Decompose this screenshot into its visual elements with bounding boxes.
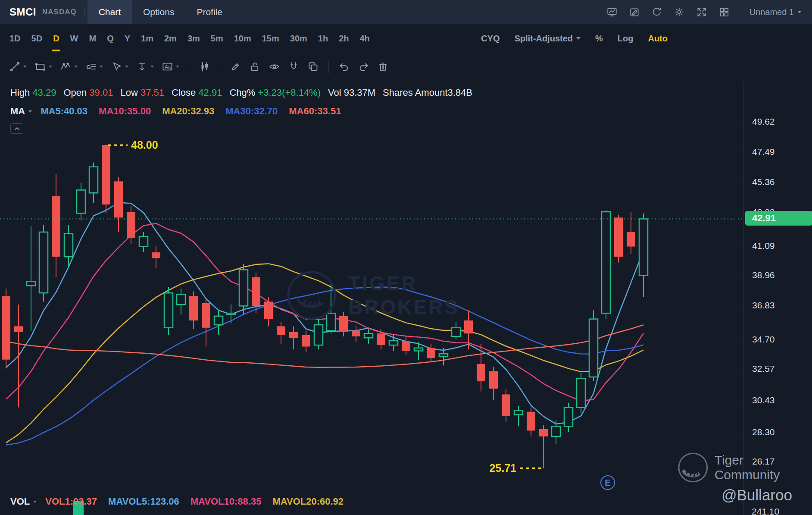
gann-lines-icon: G bbox=[85, 61, 97, 72]
tool-candlestick[interactable] bbox=[195, 61, 214, 72]
symbol-label[interactable]: SMCI bbox=[9, 6, 36, 18]
trash-icon bbox=[377, 61, 389, 72]
tab-profile[interactable]: Profile bbox=[185, 0, 234, 24]
timeframe-1h[interactable]: 1h bbox=[313, 24, 333, 53]
tool-arrow-cursor[interactable] bbox=[107, 61, 132, 72]
chevron-up-icon bbox=[14, 127, 20, 131]
control-log[interactable]: Log bbox=[610, 24, 641, 53]
tool-magnet[interactable] bbox=[284, 61, 303, 72]
timeframe-15m[interactable]: 15m bbox=[257, 24, 284, 53]
price-tick: 30.43 bbox=[752, 395, 775, 405]
chevron-down-icon bbox=[33, 501, 37, 503]
control-auto[interactable]: Auto bbox=[640, 24, 675, 53]
edit-note-button[interactable] bbox=[623, 6, 646, 18]
timeframe-1d[interactable]: 1D bbox=[5, 24, 25, 53]
price-tick: 26.17 bbox=[752, 456, 775, 467]
tab-options[interactable]: Options bbox=[132, 0, 185, 24]
tab-chart[interactable]: Chart bbox=[87, 0, 132, 24]
toolbar-divider bbox=[220, 61, 220, 73]
text-label-icon: Aa bbox=[162, 61, 173, 72]
tool-trash[interactable] bbox=[373, 61, 393, 72]
magnet-icon bbox=[288, 61, 300, 72]
chevron-down-icon bbox=[797, 11, 802, 13]
toolbar-divider bbox=[189, 61, 189, 73]
vol-selector-label: VOL bbox=[10, 496, 30, 507]
tool-wave-pattern[interactable] bbox=[56, 61, 81, 72]
header-icon-group bbox=[601, 6, 735, 18]
timeframe-10m[interactable]: 10m bbox=[229, 24, 256, 53]
price-tick: 36.83 bbox=[752, 300, 775, 311]
chevron-down-icon bbox=[74, 66, 78, 68]
tool-trend-line[interactable] bbox=[5, 61, 31, 72]
timeframe-m[interactable]: M bbox=[84, 24, 101, 53]
eye-icon bbox=[269, 61, 280, 72]
tool-price-range[interactable] bbox=[132, 61, 158, 72]
timeframe-2h[interactable]: 2h bbox=[334, 24, 353, 53]
timeframe-list: 1D5DDWMQY1m2m3m5m10m15m30m1h2h4h bbox=[0, 24, 375, 53]
arrow-cursor-icon bbox=[111, 61, 122, 72]
chevron-down-icon bbox=[150, 66, 154, 68]
chart-board-icon bbox=[606, 6, 618, 18]
timeframe-2m[interactable]: 2m bbox=[159, 24, 181, 53]
price-range-icon bbox=[136, 61, 148, 72]
unlock-icon bbox=[249, 61, 261, 72]
tool-unlock[interactable] bbox=[245, 61, 265, 72]
chevron-down-icon bbox=[28, 110, 32, 113]
chevron-down-icon bbox=[125, 66, 128, 68]
fullscreen-icon bbox=[696, 6, 707, 18]
tool-rectangle[interactable] bbox=[31, 61, 56, 72]
price-tick: 49.62 bbox=[752, 116, 775, 127]
earnings-badge[interactable]: E bbox=[600, 475, 615, 490]
tool-eye[interactable] bbox=[265, 61, 284, 72]
timeframe-5d[interactable]: 5D bbox=[27, 24, 47, 53]
edit-note-icon bbox=[629, 6, 640, 18]
chevron-down-icon bbox=[49, 66, 52, 68]
timeframe-3m[interactable]: 3m bbox=[183, 24, 205, 53]
tool-text-label[interactable]: Aa bbox=[158, 61, 183, 72]
header-divider bbox=[739, 7, 739, 17]
settings-button[interactable] bbox=[668, 6, 690, 18]
layout-grid-icon bbox=[718, 6, 730, 18]
timeframe-5m[interactable]: 5m bbox=[206, 24, 228, 53]
tool-undo[interactable] bbox=[334, 61, 354, 72]
rectangle-icon bbox=[34, 61, 46, 72]
timeframe-w[interactable]: W bbox=[66, 24, 83, 53]
timeframe-bar: 1D5DDWMQY1m2m3m5m10m15m30m1h2h4h CYQSpli… bbox=[0, 24, 812, 53]
tool-duplicate[interactable] bbox=[303, 61, 323, 72]
vol-selector[interactable]: VOL bbox=[10, 496, 37, 507]
price-tick: 32.57 bbox=[752, 364, 775, 374]
tool-brush[interactable] bbox=[226, 61, 245, 72]
redo-icon bbox=[358, 61, 369, 72]
ma-selector[interactable]: MA bbox=[10, 106, 32, 117]
control-cyq[interactable]: CYQ bbox=[474, 24, 507, 53]
chart-board-button[interactable] bbox=[601, 6, 623, 18]
control--[interactable]: % bbox=[588, 24, 610, 53]
timeframe-d[interactable]: D bbox=[48, 24, 64, 53]
header-divider bbox=[84, 7, 85, 17]
settings-icon bbox=[674, 6, 685, 18]
refresh-icon bbox=[651, 6, 662, 18]
timeframe-y[interactable]: Y bbox=[120, 24, 135, 53]
tool-redo[interactable] bbox=[354, 61, 373, 72]
control-split-adjusted[interactable]: Split-Adjusted bbox=[507, 24, 588, 53]
tool-gann-lines[interactable]: G bbox=[81, 61, 107, 72]
layout-selector[interactable]: Unnamed 1 bbox=[750, 7, 802, 17]
refresh-button[interactable] bbox=[646, 6, 668, 18]
layout-grid-button[interactable] bbox=[713, 6, 735, 18]
pane-divider[interactable] bbox=[0, 492, 812, 492]
timeframe-30m[interactable]: 30m bbox=[285, 24, 312, 53]
wave-pattern-icon bbox=[60, 61, 72, 72]
collapse-indicator-button[interactable] bbox=[10, 123, 23, 134]
trend-line-icon bbox=[9, 61, 21, 72]
price-axis[interactable]: 49.6247.4945.3643.2241.0938.9636.8334.70… bbox=[743, 81, 812, 515]
timeframe-1m[interactable]: 1m bbox=[136, 24, 158, 53]
price-tick: 45.36 bbox=[752, 177, 775, 187]
top-bar: SMCI NASDAQ ChartOptionsProfile Unnamed … bbox=[0, 0, 812, 24]
timeframe-4h[interactable]: 4h bbox=[355, 24, 374, 53]
last-price-badge: 42.91 bbox=[745, 211, 812, 226]
timeframe-q[interactable]: Q bbox=[102, 24, 119, 53]
undo-icon bbox=[338, 61, 350, 72]
chevron-down-icon bbox=[100, 66, 103, 68]
brush-icon bbox=[230, 61, 241, 72]
fullscreen-button[interactable] bbox=[690, 6, 713, 18]
